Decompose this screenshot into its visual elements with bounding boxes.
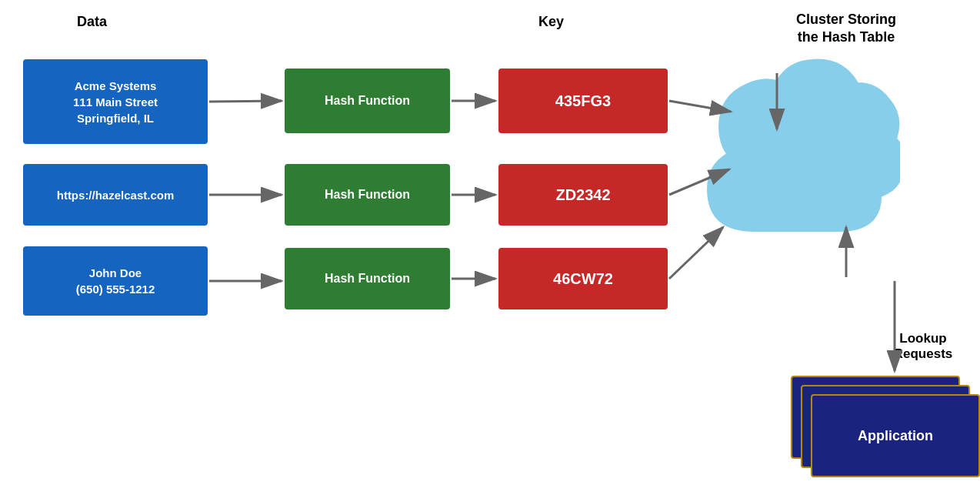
data-box-3: John Doe (650) 555-1212 (23, 246, 208, 316)
key-box-2: ZD2342 (498, 164, 668, 226)
lookup-requests-label: Lookup Requests (877, 331, 969, 362)
key-box-1: 435FG3 (498, 69, 668, 133)
svg-line-2 (209, 101, 282, 102)
data-box-1: Acme Systems 111 Main Street Springfield… (23, 59, 208, 144)
diagram-container: Data Key Cluster Storingthe Hash Table A… (0, 0, 980, 495)
header-data: Data (77, 14, 107, 30)
hash-box-3: Hash Function (285, 248, 450, 309)
key-box-3: 46CW72 (498, 248, 668, 309)
app-box-front: Application (811, 394, 980, 477)
hash-box-2: Hash Function (285, 164, 450, 226)
data-box-2: https://hazelcast.com (23, 164, 208, 226)
header-cluster: Cluster Storingthe Hash Table (723, 11, 969, 47)
cloud-shape (685, 46, 900, 277)
header-key: Key (538, 14, 564, 30)
hash-box-1: Hash Function (285, 69, 450, 133)
